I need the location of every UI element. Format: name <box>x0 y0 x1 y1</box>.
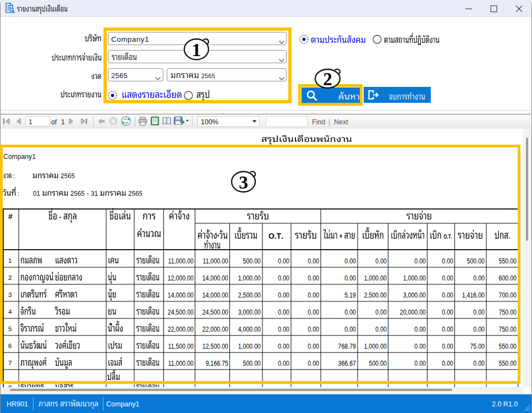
svg-text:2: 2 <box>323 69 332 89</box>
svg-text:3: 3 <box>239 172 248 192</box>
svg-text:1: 1 <box>192 40 201 60</box>
